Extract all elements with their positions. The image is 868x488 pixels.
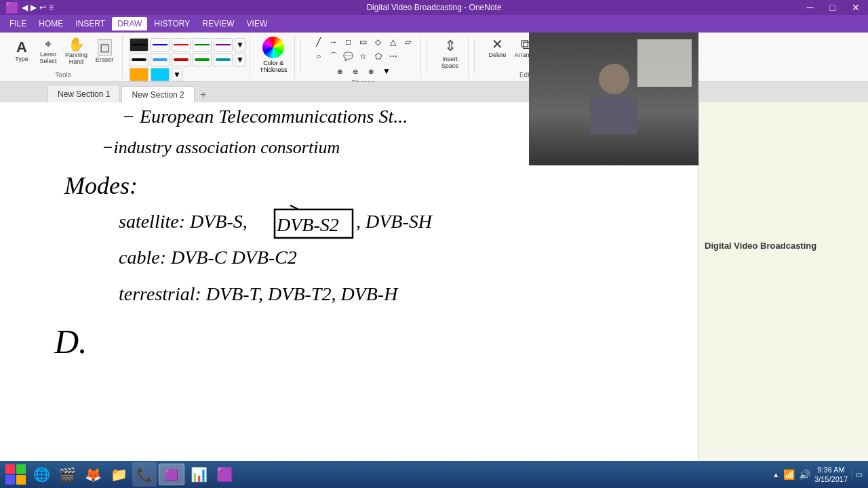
sep2: [427, 40, 427, 74]
whiteboard-bg: [637, 39, 692, 87]
pen-swatch-red1[interactable]: [172, 38, 191, 52]
pen-swatch-green2[interactable]: [193, 53, 212, 66]
shapes-expand[interactable]: ▼: [380, 64, 393, 78]
shape-triangle[interactable]: △: [387, 35, 400, 49]
menu-review[interactable]: REVIEW: [197, 17, 239, 30]
color-thickness-group: Color &Thickness: [253, 35, 295, 79]
pen-swatch-dark2[interactable]: [130, 53, 149, 66]
menu-view[interactable]: VIEW: [241, 17, 273, 30]
tab-add-btn[interactable]: +: [196, 87, 211, 102]
back-btn[interactable]: ◀: [22, 3, 28, 12]
pen-swatch-green1[interactable]: [193, 38, 212, 52]
panning-hand-btn[interactable]: ✋ PanningHand: [62, 35, 90, 67]
color-thickness-label: Color &Thickness: [260, 60, 288, 73]
delete-btn[interactable]: ✕ Delete: [486, 35, 510, 60]
undo-btn[interactable]: ↩: [39, 3, 46, 12]
shape-diamond[interactable]: ◇: [372, 35, 385, 49]
tab-section2[interactable]: New Section 2: [121, 86, 194, 104]
shape-parallelogram[interactable]: ▱: [401, 35, 415, 49]
svg-text:−industry association consorti: −industry association consortium: [102, 138, 340, 157]
windows-logo-icon: [5, 464, 26, 485]
forward-btn[interactable]: ▶: [31, 3, 37, 12]
system-clock[interactable]: 9:36 AM 3/15/2017: [814, 465, 848, 485]
shape-line[interactable]: ╱: [312, 35, 326, 49]
menu-home[interactable]: HOME: [33, 17, 68, 30]
hand-icon: ✋: [68, 37, 85, 51]
lasso-icon: ⌖: [45, 38, 52, 50]
maximize-btn[interactable]: □: [822, 2, 844, 13]
close-btn[interactable]: ✕: [844, 2, 868, 13]
eraser-btn[interactable]: ◻ Eraser: [92, 37, 117, 65]
menu-file[interactable]: FILE: [4, 17, 32, 30]
ribbon-tools: A Type ⌖ LassoSelect ✋ PanningHand ◻ Era…: [0, 33, 868, 81]
hide-icons-btn[interactable]: ▲: [772, 471, 779, 479]
insert-space-btn[interactable]: ⇕ InsertSpace: [438, 35, 462, 71]
menu-insert[interactable]: INSERT: [70, 17, 111, 30]
menu-extra[interactable]: ≡: [49, 3, 54, 12]
taskbar-explorer[interactable]: 📁: [106, 462, 131, 487]
shape-pentagon[interactable]: ⬠: [372, 49, 385, 63]
pen-swatch-purple1[interactable]: [214, 38, 233, 52]
color-wheel-icon: [262, 37, 284, 58]
minimize-btn[interactable]: ─: [799, 2, 822, 13]
type-btn[interactable]: A Type: [9, 38, 34, 64]
type-icon: A: [16, 40, 27, 55]
pen-row-1: ▼: [130, 38, 245, 52]
pen-swatch-dark1[interactable]: [130, 38, 149, 52]
pen-swatch-expand1[interactable]: ▼: [235, 38, 245, 52]
menu-history[interactable]: HISTORY: [149, 17, 195, 30]
shape-rect[interactable]: □: [342, 35, 355, 49]
svg-text:Modes:: Modes:: [64, 172, 138, 199]
pen-swatch-cyan[interactable]: [151, 68, 170, 81]
svg-text:satellite: DVB-S,: satellite: DVB-S,: [119, 211, 248, 232]
taskbar-ie[interactable]: 🌐: [29, 462, 54, 487]
tab-bar: 📄 SC18 ▼ New Section 1 New Section 2 +: [0, 82, 868, 102]
volume-icon: 🔊: [799, 469, 810, 480]
taskbar-onenote[interactable]: 🟪: [159, 464, 184, 485]
right-panel-content: Digital Video Broadcasting: [699, 235, 868, 487]
svg-text:terrestrial: DVB-T, DVB-T2, DV: terrestrial: DVB-T, DVB-T2, DVB-H: [119, 283, 399, 304]
shape-circle[interactable]: ○: [312, 49, 326, 63]
shape-extra3[interactable]: ⊗: [364, 64, 378, 78]
taskbar-media[interactable]: 🎬: [55, 462, 79, 487]
menu-draw[interactable]: DRAW: [112, 17, 147, 30]
taskbar: 🌐 🎬 🦊 📁 📞 🟪 📊 🟪 ▲ 📶 🔊 9:36 AM 3/15/2017: [0, 461, 868, 488]
tab-section1[interactable]: New Section 1: [47, 85, 120, 102]
svg-text:, DVB-SH: , DVB-SH: [356, 211, 433, 232]
taskbar-app2[interactable]: 📊: [186, 462, 211, 487]
sep3: [474, 40, 475, 74]
type-label: Type: [15, 56, 28, 62]
pen-swatch-blue1[interactable]: [151, 38, 170, 52]
video-overlay: [529, 33, 698, 165]
pen-swatch-orange[interactable]: [130, 68, 149, 81]
shape-callout[interactable]: 💬: [342, 49, 355, 63]
taskbar-firefox[interactable]: 🦊: [81, 462, 105, 487]
pen-swatch-expand2[interactable]: ▼: [235, 53, 245, 66]
ribbon: A Type ⌖ LassoSelect ✋ PanningHand ◻ Era…: [0, 33, 868, 82]
menu-bar: FILE HOME INSERT DRAW HISTORY REVIEW VIE…: [0, 15, 868, 33]
video-content: [529, 33, 698, 165]
right-panel: Digital Video Broadcasting: [698, 102, 868, 487]
shape-more[interactable]: ⋯: [387, 49, 400, 63]
show-desktop-btn[interactable]: ▭: [852, 470, 863, 479]
start-button[interactable]: [3, 462, 28, 487]
pen-swatch-blue2[interactable]: [151, 53, 170, 66]
color-thickness-btn[interactable]: Color &Thickness: [258, 35, 289, 75]
svg-text:DVB-S2: DVB-S2: [276, 214, 339, 235]
right-panel-title: Digital Video Broadcasting: [705, 241, 863, 251]
shape-arc[interactable]: ⌒: [327, 49, 340, 63]
person-body: [590, 97, 637, 134]
taskbar-onenote2[interactable]: 🟪: [212, 462, 237, 487]
shape-arrow[interactable]: →: [327, 35, 340, 49]
taskbar-skype[interactable]: 📞: [132, 462, 157, 487]
shape-extra2[interactable]: ⊖: [349, 64, 362, 78]
clock-time: 9:36 AM: [814, 465, 848, 474]
shape-rounded-rect[interactable]: ▭: [357, 35, 370, 49]
pen-swatch-teal2[interactable]: [214, 53, 233, 66]
shape-extra1[interactable]: ⊕: [333, 64, 347, 78]
shape-star[interactable]: ☆: [357, 49, 370, 63]
pen-swatch-red2[interactable]: [172, 53, 191, 66]
pen-swatch-expand3[interactable]: ▼: [172, 68, 182, 81]
shapes-bottom: ⊕ ⊖ ⊗ ▼: [333, 64, 393, 78]
lasso-select-btn[interactable]: ⌖ LassoSelect: [36, 36, 60, 66]
